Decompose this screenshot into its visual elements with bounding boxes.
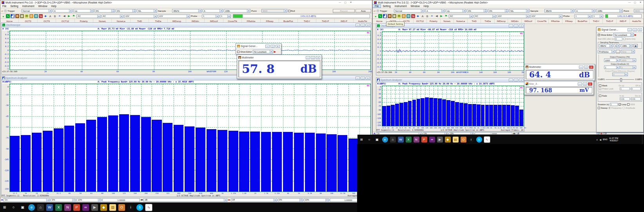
popup-titlebar[interactable]: ▥ Signal Gener... —▢✕ (236, 44, 281, 49)
marker-b-icon[interactable]: B (425, 14, 429, 18)
menu-help[interactable]: Help (49, 5, 58, 7)
tab-imd-p[interactable]: IMD-P (617, 19, 630, 24)
taskbar-icon-multi-instrument[interactable]: ∿ (145, 204, 152, 211)
dropdown-arrow-icon[interactable]: ▾ (441, 9, 444, 12)
close-icon[interactable]: ✕ (316, 56, 320, 59)
fade-in-field[interactable]: 0.01 (620, 97, 630, 101)
spinner-arrows-icon[interactable]: ▴▾ (470, 133, 473, 135)
volume-icon[interactable]: ◀ (599, 138, 601, 141)
taskbar-icon-onenote[interactable]: N (414, 137, 419, 143)
record-button[interactable]: Record (333, 9, 355, 13)
dropdown-arrow-icon[interactable]: ▾ (187, 15, 190, 18)
toolbar-combo-mode[interactable]: Normal▾ (22, 9, 52, 13)
data-logger-icon[interactable]: ▤ (25, 14, 29, 18)
toolbar-combo-bits[interactable]: 16Bit▾ (596, 9, 623, 13)
amplitude-radio[interactable] (622, 107, 625, 109)
close-icon[interactable]: ✕ (349, 1, 353, 4)
data-logger-icon[interactable]: ▤ (397, 14, 401, 18)
taskbar-icon-excel[interactable]: X (55, 204, 62, 211)
multimeter-icon[interactable]: ▦ (15, 14, 19, 18)
taskbar-icon-visual-studio[interactable]: ∞ (429, 137, 435, 143)
menu-file[interactable]: File (373, 5, 381, 7)
show-editor-checkbox[interactable] (598, 34, 600, 36)
signal-generator-icon[interactable]: ▥ (29, 14, 33, 18)
dropdown-arrow-icon[interactable]: ▾ (492, 15, 495, 18)
toolbar-combo-v1[interactable]: ±1V▾ (124, 15, 157, 18)
toolbar-combo-v1[interactable]: ±1V▾ (497, 15, 530, 18)
marker-a-icon[interactable]: A (421, 14, 424, 18)
menu-window[interactable]: Window (408, 5, 421, 7)
dropdown-arrow-icon[interactable]: ▾ (90, 9, 93, 12)
spectrum-analyzer-icon[interactable]: ▟ (11, 14, 15, 18)
tab-thd-p[interactable]: THD-P (603, 19, 617, 24)
checkbox-roll[interactable] (288, 10, 290, 12)
dds-checkbox[interactable] (627, 103, 629, 106)
generator-start-button[interactable]: ▶ (635, 33, 637, 36)
save-icon[interactable]: ◫ (4, 9, 7, 13)
taskbar-icon-skype[interactable]: S (476, 137, 482, 143)
dropdown-arrow-icon[interactable]: ▾ (616, 66, 619, 69)
close-icon[interactable]: ✕ (639, 1, 642, 4)
echo-only-checkbox[interactable] (623, 38, 626, 40)
output-frequency-b-combo[interactable]: 1000▾ (620, 58, 636, 62)
lcr-meter-icon[interactable]: % (411, 14, 415, 18)
clock[interactable]: 11:37 PM4/3/2017 (609, 137, 618, 142)
spectrum-3d-plot-icon[interactable]: ▩ (20, 14, 24, 18)
toolbar-combo-nil[interactable]: NIL▾ (137, 9, 157, 13)
open-icon[interactable]: ▱ (1, 9, 3, 13)
loopback-combo[interactable]: No Loopback▾ (613, 33, 634, 37)
dropdown-arrow-icon[interactable]: ▾ (592, 9, 595, 12)
taskbar-icon-search[interactable]: ○ (366, 137, 372, 143)
maximize-icon[interactable]: ▢ (633, 28, 637, 31)
oscilloscope-icon[interactable]: ∿ (6, 14, 10, 18)
maximize-icon[interactable]: ▢ (270, 45, 275, 48)
toolbar-combo-v2[interactable]: ±1V▾ (158, 15, 190, 18)
fade-out-field[interactable]: 0.01 (631, 97, 641, 101)
device-test-plan-icon[interactable]: ▧ (406, 14, 410, 18)
maximize-icon[interactable]: ▢ (343, 1, 347, 4)
strip-spin-cs2[interactable]: 10%▴▾ (76, 198, 102, 202)
toolbar-spin-pct1[interactable]: 0%▴▾ (94, 9, 115, 13)
minimize-icon[interactable]: — (509, 24, 513, 27)
spinner-arrows-icon[interactable]: ▴▾ (299, 199, 303, 201)
minimize-icon[interactable]: — (579, 66, 583, 69)
duration-field[interactable]: 1 (610, 103, 618, 106)
maximize-icon[interactable]: ▢ (514, 24, 518, 27)
dropdown-arrow-icon[interactable]: ▾ (526, 15, 529, 18)
tab-bodeplot[interactable]: BodePlot (576, 19, 590, 24)
strip-combo-on[interactable]: On▾ (4, 198, 50, 202)
dropdown-arrow-icon[interactable]: ▾ (227, 15, 230, 18)
dropdown-arrow-icon[interactable]: ▾ (630, 33, 633, 36)
spinner-arrows-icon[interactable]: ▴▾ (444, 133, 448, 135)
dropdown-arrow-icon[interactable]: ▾ (611, 50, 615, 53)
mask-on-field[interactable]: 1 (620, 87, 630, 90)
minimize-icon[interactable]: — (578, 82, 582, 86)
maximize-icon[interactable]: ▢ (583, 82, 587, 86)
toolbar-combo-v2[interactable]: ±1V▾ (530, 15, 562, 18)
dropdown-arrow-icon[interactable]: ▾ (270, 50, 273, 53)
dropdown-arrow-icon[interactable]: ▾ (610, 44, 613, 47)
toolbar-combo-bits[interactable]: 16Bit▾ (224, 9, 250, 13)
multimeter-titlebar[interactable]: ▦ Multimeter —▢✕ (524, 64, 595, 70)
toolbar-combo-nil[interactable]: NIL▾ (509, 9, 530, 13)
minimize-icon[interactable]: — (338, 1, 342, 4)
maximize-icon[interactable]: ▢ (584, 66, 588, 69)
spinner-arrows-icon[interactable]: ▴▾ (325, 199, 328, 201)
toolbar-combo-edge[interactable]: Up▾ (73, 9, 94, 13)
toolbar-combo-ac2[interactable]: AC▾ (474, 15, 496, 18)
dropdown-arrow-icon[interactable]: ▾ (247, 9, 250, 12)
toolbar-combo-ac1[interactable]: AC▾ (76, 15, 101, 18)
close-icon[interactable]: ✕ (588, 82, 592, 86)
save-icon[interactable]: ◫ (376, 9, 379, 13)
signal-generator-titlebar[interactable]: ▥ Signal Gener... —▢✕ (597, 27, 643, 33)
minimize-icon[interactable]: — (265, 45, 270, 48)
menu-setting[interactable]: Setting (8, 5, 20, 7)
marker-b-icon[interactable]: B (53, 14, 57, 18)
toolbar-combo-ac1[interactable]: AC▾ (449, 15, 473, 18)
strip-field-f1[interactable]: 1.00000 (102, 198, 140, 202)
menu-instrument[interactable]: Instrument (20, 5, 36, 7)
close-icon[interactable]: ✕ (366, 24, 370, 27)
oscilloscope-icon[interactable]: ∿ (378, 14, 382, 18)
hold-flag-icon[interactable]: ⚑ (444, 14, 448, 18)
dropdown-arrow-icon[interactable]: ▾ (198, 9, 201, 12)
